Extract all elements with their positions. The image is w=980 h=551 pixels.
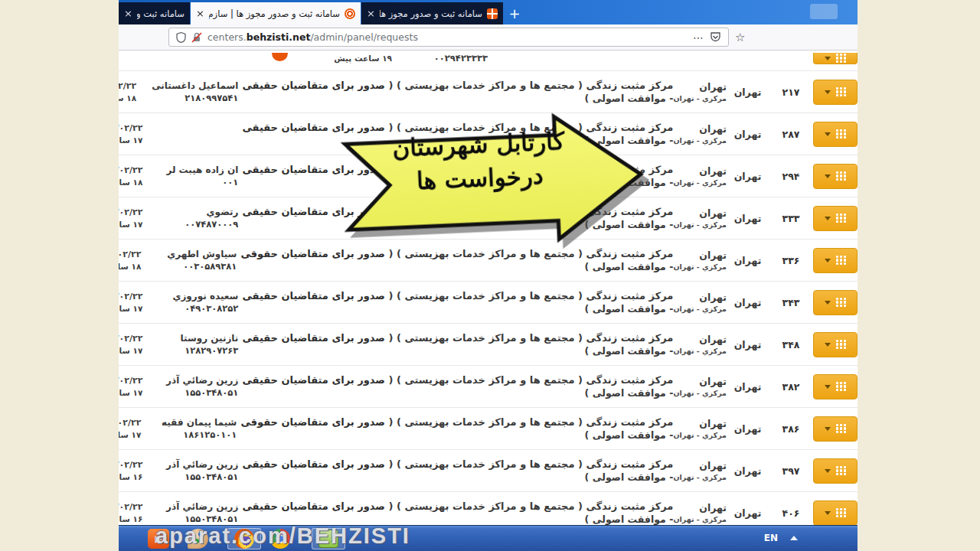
- city-label: تهران: [673, 207, 727, 219]
- browser-titlebar: سامانه ثبت و ص × سامانه ثبت و صدور مجوز …: [119, 0, 858, 24]
- applicant-code: ۱۵۵۰۳۴۸۰۵۱: [158, 471, 238, 482]
- city-label: تهران: [673, 376, 727, 387]
- province-label: تهران: [727, 381, 769, 393]
- url-bar[interactable]: centers.behzisti.net/admin/panel/request…: [168, 28, 729, 47]
- tab-permits-3[interactable]: سامانه ثبت و صدور مجوز ها | سازم ×: [361, 2, 503, 24]
- request-date: ۱۳۹۹/۰۲/۲۲: [119, 418, 141, 428]
- tray-show-hidden-icon[interactable]: [790, 536, 798, 540]
- time-ago-label: ۱۹ ساعت پیش: [331, 54, 392, 63]
- row-actions-button[interactable]: [813, 164, 858, 189]
- row-actions-button[interactable]: [813, 374, 858, 399]
- close-icon[interactable]: ×: [124, 8, 132, 18]
- new-tab-button[interactable]: +: [504, 2, 525, 24]
- chevron-down-icon: [825, 217, 831, 220]
- request-type-label: صدور برای متقاضیان حقیقی: [242, 458, 385, 470]
- row-actions-button[interactable]: [813, 290, 858, 315]
- table-row[interactable]: ۳۴۳ تهران تهران مرکزي - تهران مرکز مثبت …: [119, 282, 858, 324]
- request-date: ۱۳۹۹/۰۲/۲۲: [119, 207, 142, 217]
- grid-icon: [836, 171, 846, 181]
- request-type-label: صدور برای متقاضیان حقیقی: [242, 290, 385, 302]
- request-type-label: صدور برای متقاضیان حقیقی: [242, 80, 385, 91]
- applicant-code: ۱۲۸۲۹۰۷۲۶۳: [158, 345, 238, 356]
- row-actions-button[interactable]: [813, 332, 858, 357]
- tab-permits-1[interactable]: سامانه ثبت و ص ×: [119, 2, 190, 24]
- grid-icon: [836, 466, 846, 476]
- approval-type-label: - موافقت اصولی ): [242, 387, 673, 399]
- district-label: مرکزي - تهران: [673, 136, 727, 145]
- applicant-name: سیاوش اطهري: [156, 249, 237, 259]
- province-label: تهران: [727, 213, 769, 224]
- table-row[interactable]: ۲۱۷ تهران تهران مرکزي - تهران مرکز مثبت …: [119, 71, 858, 113]
- bookmark-star-icon[interactable]: ☆: [735, 31, 745, 44]
- applicant-name: نازنین روستا: [158, 333, 238, 344]
- time-ago-label: ۱۸ ساعت پیش: [119, 178, 142, 187]
- pocket-icon[interactable]: [710, 31, 721, 43]
- table-row[interactable]: ۳۸۲ تهران تهران مرکزي - تهران مرکز مثبت …: [119, 366, 858, 408]
- district-label: مرکزي - تهران: [673, 220, 727, 229]
- row-actions-button[interactable]: [813, 248, 858, 273]
- approval-type-label: - موافقت اصولی ): [242, 345, 673, 357]
- applicant-name: رتضوي: [158, 207, 238, 217]
- row-actions-button[interactable]: [813, 53, 858, 64]
- close-icon[interactable]: ×: [196, 8, 204, 18]
- province-label: تهران: [727, 129, 769, 140]
- approval-type-label: - موافقت اصولی ): [242, 471, 673, 483]
- request-date: ۱۳۹۹/۰۲/۲۲: [119, 123, 142, 133]
- video-frame: سامانه ثبت و ص × سامانه ثبت و صدور مجوز …: [119, 0, 858, 551]
- grid-icon: [836, 54, 846, 64]
- center-description: مرکز مثبت زندگی ( مجتمع ها و مراکز خدمات…: [242, 458, 673, 470]
- center-description: مرکز مثبت زندگی ( مجتمع ها و مراکز خدمات…: [242, 290, 673, 302]
- table-row[interactable]: ۳۸۶ تهران تهران مرکزي - تهران مرکز مثبت …: [119, 408, 858, 450]
- tab-title: سامانه ثبت و صدور مجوز ها | سازم: [209, 8, 340, 19]
- row-actions-button[interactable]: [813, 416, 858, 442]
- city-label: تهران: [673, 249, 727, 261]
- table-row[interactable]: ۴۰۶ تهران تهران مرکزي - تهران مرکز مثبت …: [119, 492, 858, 525]
- table-row[interactable]: ۳۹۷ تهران تهران مرکزي - تهران مرکز مثبت …: [119, 450, 858, 492]
- watermark: aparat.com/BEHZISTI: [155, 523, 410, 549]
- province-label: تهران: [727, 339, 769, 350]
- table-row[interactable]: ۰۰۲۹۴۲۳۳۳۳ ۱۹ ساعت پیش i: [119, 51, 858, 71]
- applicant-name: ان زاده هیبت لر: [158, 165, 238, 175]
- shield-icon[interactable]: [176, 32, 186, 43]
- row-actions-button[interactable]: [813, 458, 858, 484]
- row-actions-button[interactable]: [813, 80, 858, 105]
- window-controls[interactable]: [810, 4, 838, 19]
- applicant-code: ۰۰۷۴۸۷۰۰۰۹: [158, 219, 238, 230]
- close-icon[interactable]: ×: [367, 8, 375, 18]
- time-ago-label: ۱۷ ساعت پیش: [119, 346, 142, 355]
- chevron-down-icon: [825, 427, 831, 431]
- row-actions-button[interactable]: [813, 206, 858, 231]
- row-actions-button[interactable]: [813, 122, 858, 147]
- approval-type-label: - موافقت اصولی ): [242, 303, 673, 315]
- tab-title: سامانه ثبت و ص: [137, 8, 185, 19]
- chevron-down-icon: [825, 469, 831, 473]
- page-actions-icon[interactable]: ⋯: [693, 31, 704, 44]
- row-number: ۳۹۷: [769, 465, 813, 477]
- tab-title: سامانه ثبت و صدور مجوز ها | سازم: [380, 8, 482, 19]
- applicant-name: زرین رضائي آذر: [158, 375, 238, 386]
- grid-icon: [836, 340, 846, 350]
- time-ago-label: ۱۷ ساعت پیش: [119, 430, 141, 439]
- time-ago-label: ۱۷ ساعت پیش: [119, 220, 142, 229]
- district-label: مرکزي - تهران: [673, 262, 727, 271]
- province-label: تهران: [727, 86, 769, 98]
- district-label: مرکزي - تهران: [673, 178, 727, 187]
- grid-icon: [836, 508, 846, 518]
- tab-permits-2-active[interactable]: سامانه ثبت و صدور مجوز ها | سازم ×: [191, 2, 361, 24]
- table-row[interactable]: ۳۴۸ تهران تهران مرکزي - تهران مرکز مثبت …: [119, 324, 858, 366]
- info-icon[interactable]: i: [272, 53, 288, 61]
- row-number: ۳۸۲: [769, 381, 813, 393]
- time-ago-label: ۱۸ ساعت پیش: [119, 93, 136, 103]
- row-actions-button[interactable]: [813, 500, 858, 526]
- approval-type-label: - موافقت اصولی ): [240, 261, 673, 272]
- grid-icon: [836, 129, 846, 139]
- time-ago-label: ۱۶ ساعت پیش: [119, 472, 142, 481]
- city-label: تهران: [673, 418, 727, 429]
- row-number: ۳۳۶: [769, 255, 813, 266]
- insecure-lock-icon[interactable]: [191, 32, 202, 43]
- row-number: ۲۹۴: [769, 171, 813, 182]
- request-date: ۱۳۹۹/۰۲/۲۲: [119, 334, 142, 344]
- url-text[interactable]: centers.behzisti.net/admin/panel/request…: [207, 31, 688, 43]
- language-indicator[interactable]: EN: [764, 533, 778, 543]
- row-number: ۳۳۳: [769, 213, 813, 224]
